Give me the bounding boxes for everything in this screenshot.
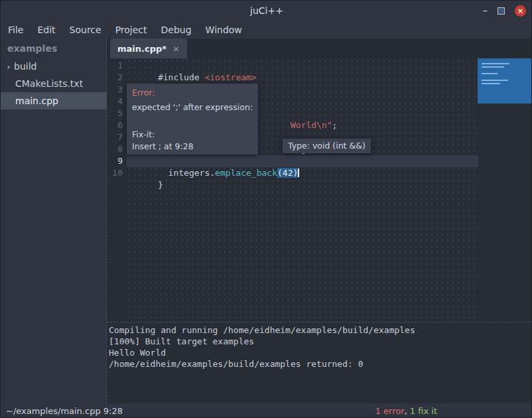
error-count: 1 error [375, 406, 405, 416]
pane-separator-vertical[interactable] [106, 38, 107, 403]
fixit-title: Fix-it: [132, 129, 253, 139]
menu-item-project[interactable]: Project [115, 25, 147, 35]
code-token: World\n" [291, 120, 332, 130]
menu-item-window[interactable]: Window [206, 25, 242, 35]
fixit-text: Insert ; at 9:28 [132, 141, 253, 151]
matching-bracket: ) [293, 168, 298, 178]
output-line: /home/eidheim/examples/build/examples re… [109, 358, 531, 370]
code-line-10[interactable]: } [127, 167, 163, 203]
code-token: ; [332, 120, 338, 130]
minimize-button[interactable]: – [483, 5, 488, 17]
code-token: integers. [158, 168, 215, 178]
chevron-right-icon[interactable]: › [3, 62, 14, 72]
tree-item-label: main.cpp [1, 96, 58, 106]
minimap-line [482, 83, 500, 84]
window-title: juCi++ [1, 1, 532, 21]
project-name-header: examples [1, 38, 107, 58]
menu-item-edit[interactable]: Edit [37, 25, 55, 35]
maximize-button[interactable] [498, 7, 505, 15]
minimap-overview[interactable] [478, 58, 532, 104]
error-tooltip-title: Error: [132, 88, 253, 98]
tree-item-build[interactable]: › build [1, 58, 107, 75]
error-tooltip: Error: expected ';' after expression: Fi… [127, 84, 258, 155]
menubar: File Edit Source Project Debug Window [1, 21, 532, 38]
app-window: juCi++ – × File Edit Source Project Debu… [0, 0, 532, 418]
minimap-line [482, 73, 498, 74]
window-controls: – × [483, 1, 527, 21]
code-token: } [158, 180, 163, 190]
line-number: 2 [107, 72, 123, 84]
tree-item-cmakelists[interactable]: CMakeLists.txt [1, 75, 107, 92]
line-number: 8 [107, 143, 123, 155]
minimap-line [482, 80, 508, 81]
output-line: [100%] Built target examples [109, 336, 531, 347]
tree-item-label: CMakeLists.txt [1, 78, 83, 89]
code-token: 42 [283, 168, 293, 178]
code-token: emplace_back [215, 168, 277, 178]
line-number: 5 [107, 107, 123, 119]
minimap-line [482, 63, 509, 64]
diagnostics-separator: , [405, 406, 410, 416]
output-panel[interactable]: Compiling and running /home/eidheim/exam… [107, 322, 532, 403]
tab-main-cpp[interactable]: main.cpp* × [110, 38, 187, 58]
line-number: 4 [107, 96, 123, 107]
minimap-line [482, 66, 504, 68]
text-caret [298, 169, 299, 177]
tabbar: main.cpp* × [107, 38, 532, 58]
output-line: Compiling and running /home/eidheim/exam… [109, 324, 531, 336]
fixit-count: 1 fix it [410, 406, 437, 416]
menu-item-source[interactable]: Source [70, 25, 101, 35]
line-number-current: 9 [107, 155, 123, 167]
tree-item-main-cpp[interactable]: main.cpp [1, 92, 107, 109]
pane-separator-horizontal[interactable] [107, 322, 532, 322]
code-editor[interactable]: 1 2 3 4 5 6 7 8 9 10 #include <iostream>… [107, 58, 532, 322]
type-tooltip: Type: void (int &&) [283, 139, 371, 153]
tab-close-icon[interactable]: × [172, 44, 180, 54]
tree-item-label: build [14, 61, 36, 72]
tab-label: main.cpp* [117, 44, 166, 54]
line-number: 3 [107, 84, 123, 96]
matching-bracket: ( [277, 168, 283, 178]
menu-item-file[interactable]: File [8, 25, 23, 35]
output-line: Hello World [109, 347, 531, 358]
line-number: 7 [107, 131, 123, 143]
titlebar: juCi++ – × [1, 1, 532, 21]
file-tree-sidebar: examples › build CMakeLists.txt main.cpp [1, 38, 107, 403]
menu-item-debug[interactable]: Debug [161, 25, 192, 35]
close-button[interactable]: × [515, 5, 526, 17]
line-number: 1 [107, 60, 123, 72]
diagnostics-summary: 1 error, 1 fix it [375, 403, 437, 418]
line-number: 10 [107, 167, 123, 179]
cursor-location: ~/examples/main.cpp 9:28 [6, 403, 123, 418]
error-tooltip-message: expected ';' after expression: [132, 102, 253, 112]
line-number: 6 [107, 119, 123, 131]
statusbar: ~/examples/main.cpp 9:28 1 error, 1 fix … [1, 403, 532, 418]
